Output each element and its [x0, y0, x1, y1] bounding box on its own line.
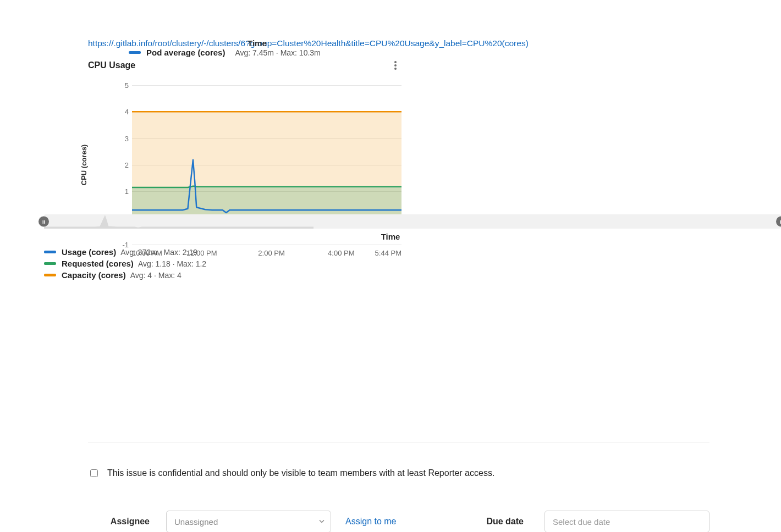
legend-series-stats: Avg: 372m · Max: 2.19	[120, 248, 197, 257]
legend-series-name: Usage (cores)	[62, 247, 116, 257]
legend-series-name: Requested (cores)	[62, 259, 134, 268]
cpu-usage-chart: CPU Usage CPU (cores) -1012345 10:00 AM1…	[88, 59, 402, 245]
chart-source-link[interactable]: https://.gitlab.info/root/clustery/-/clu…	[88, 38, 710, 48]
prev-chart-legend: Pod average (cores) Avg: 7.45m · Max: 10…	[129, 48, 321, 57]
chart-ytick: 1	[125, 187, 132, 196]
chart-xlabel: Time	[0, 232, 781, 241]
legend-series-name: Capacity (cores)	[62, 270, 126, 280]
assignee-select[interactable]: Unassigned	[166, 511, 331, 532]
confidential-checkbox[interactable]	[90, 469, 98, 477]
legend-swatch-icon	[44, 262, 56, 265]
svg-point-0	[394, 61, 397, 63]
confidential-checkbox-row[interactable]: This issue is confidential and should on…	[88, 468, 710, 479]
legend-item[interactable]: Usage (cores)Avg: 372m · Max: 2.19	[44, 247, 206, 257]
prev-chart-legend-stats: Avg: 7.45m · Max: 10.3m	[235, 48, 320, 57]
chart-xtick: 4:00 PM	[328, 249, 354, 257]
chart-legend: Usage (cores)Avg: 372m · Max: 2.19Reques…	[44, 245, 206, 280]
prev-chart-legend-name: Pod average (cores)	[146, 48, 225, 57]
chart-ytick: 4	[125, 108, 132, 116]
chart-menu-kebab-icon[interactable]	[389, 59, 402, 71]
due-date-label: Due date	[486, 517, 530, 527]
chart-ytick: 2	[125, 161, 132, 169]
legend-series-stats: Avg: 1.18 · Max: 1.2	[138, 259, 206, 268]
assignee-label: Assignee	[88, 517, 150, 527]
chart-ytick: 5	[125, 81, 132, 90]
chart-ytick: 3	[125, 134, 132, 142]
chevron-down-icon	[318, 517, 325, 527]
legend-swatch-icon	[129, 51, 141, 54]
legend-item[interactable]: Requested (cores)Avg: 1.18 · Max: 1.2	[44, 259, 206, 268]
assignee-select-value: Unassigned	[174, 517, 218, 527]
chart-xtick: 5:44 PM	[375, 249, 402, 257]
legend-swatch-icon	[44, 274, 56, 276]
prev-chart-time-label: Time	[248, 38, 267, 48]
chart-title: CPU Usage	[88, 60, 135, 70]
legend-swatch-icon	[44, 251, 56, 253]
chart-time-scrubber[interactable]: II II	[44, 214, 781, 229]
confidential-label: This issue is confidential and should on…	[107, 468, 494, 478]
assign-to-me-link[interactable]: Assign to me	[345, 517, 396, 527]
svg-point-1	[394, 64, 397, 66]
scrubber-handle-left[interactable]: II	[38, 217, 49, 227]
svg-point-2	[394, 68, 397, 70]
chart-xtick: 2:00 PM	[258, 249, 284, 257]
chart-ylabel: CPU (cores)	[80, 145, 88, 185]
due-date-input[interactable]	[544, 511, 710, 532]
legend-series-stats: Avg: 4 · Max: 4	[130, 271, 182, 280]
legend-item[interactable]: Capacity (cores)Avg: 4 · Max: 4	[44, 270, 206, 280]
